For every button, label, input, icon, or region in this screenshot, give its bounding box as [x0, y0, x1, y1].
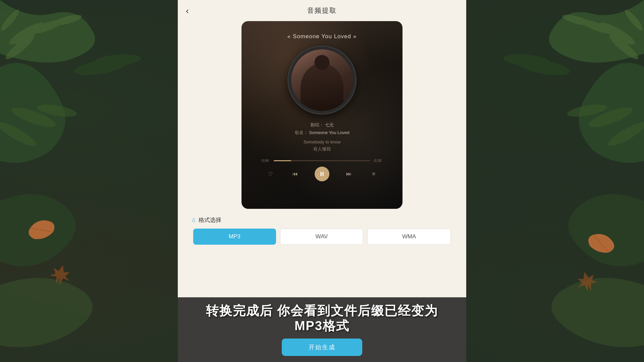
progress-bar[interactable]: [274, 160, 370, 161]
person-head: [314, 55, 329, 70]
progress-total: -0:28: [373, 159, 382, 163]
music-card-content: « Someone You Loved » 翻唱： 七元 歌名： Someone: [241, 21, 402, 181]
heart-button[interactable]: ♡: [265, 169, 276, 179]
format-wav-button[interactable]: WAV: [280, 229, 364, 245]
format-section: ♫ 格式选择 MP3 WAV WMA: [178, 209, 466, 245]
album-art: [288, 47, 356, 114]
song-value: Someone You Loved: [309, 129, 350, 136]
header: ‹ 音频提取: [178, 0, 466, 19]
center-panel: ‹ 音频提取 « Someone You Loved » 翻唱： 七元: [178, 0, 466, 362]
song-title-display: « Someone You Loved »: [287, 33, 357, 40]
format-label-text: 格式选择: [199, 216, 221, 224]
page-title: 音频提取: [307, 6, 337, 15]
subtitle-text: 转换完成后 你会看到文件后缀已经变为MP3格式: [198, 303, 446, 334]
prev-button[interactable]: ⏮: [290, 169, 301, 179]
song-subtitle: Somebody to know 有人懂我: [304, 139, 341, 153]
music-card: « Someone You Loved » 翻唱： 七元 歌名： Someone: [241, 21, 402, 209]
subtitle-line1: Somebody to know: [304, 139, 341, 146]
progress-current: 0:04: [262, 159, 271, 163]
subtitle-overlay: 转换完成后 你会看到文件后缀已经变为MP3格式 开始生成: [178, 297, 466, 362]
subtitle-line2: 有人懂我: [304, 146, 341, 153]
svg-rect-25: [323, 172, 324, 176]
format-mp3-button[interactable]: MP3: [193, 229, 276, 245]
next-button[interactable]: ⏭: [343, 169, 354, 179]
music-note-icon: ♫: [191, 217, 196, 224]
start-button[interactable]: 开始生成: [282, 339, 362, 356]
format-label-row: ♫ 格式选择: [191, 216, 453, 224]
format-buttons: MP3 WAV WMA: [191, 229, 453, 245]
progress-bar-wrap: 0:04 -0:28: [262, 159, 382, 163]
song-name-row: 歌名： Someone You Loved: [295, 129, 350, 136]
song-info: 翻唱： 七元 歌名： Someone You Loved: [295, 121, 350, 137]
artist-value: 七元: [325, 121, 334, 129]
back-button[interactable]: ‹: [186, 6, 189, 15]
album-art-inner: [291, 49, 353, 111]
format-wma-button[interactable]: WMA: [367, 229, 451, 245]
progress-fill: [274, 160, 291, 161]
artist-row: 翻唱： 七元: [295, 121, 350, 129]
menu-button[interactable]: ≡: [368, 169, 379, 179]
song-label: 歌名：: [295, 129, 308, 136]
playback-controls: ♡ ⏮ ⏭ ≡: [262, 167, 382, 181]
person-silhouette: [301, 63, 344, 111]
artist-label: 翻唱：: [311, 121, 324, 129]
pause-button[interactable]: [315, 167, 329, 181]
svg-rect-24: [321, 172, 322, 176]
